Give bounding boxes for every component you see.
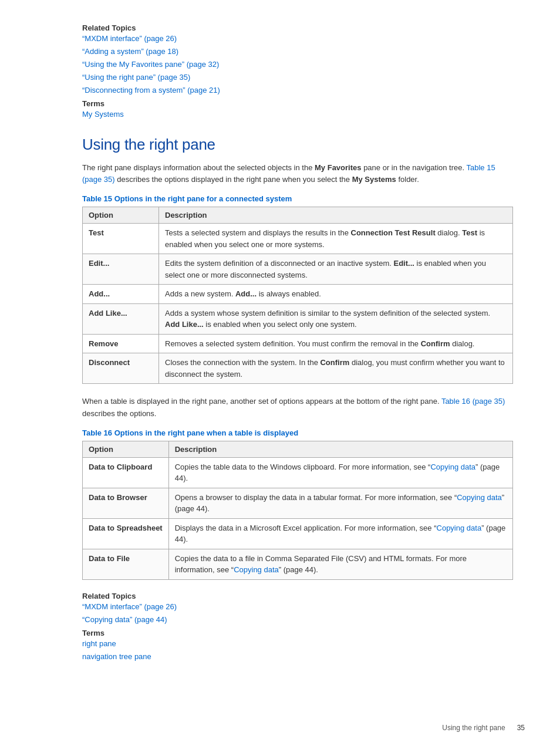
table16-header-option: Option: [83, 441, 169, 457]
table15-option-disconnect: Disconnect: [83, 353, 159, 384]
intro-text-4: folder.: [396, 175, 419, 184]
table-row: Test Tests a selected system and display…: [83, 224, 513, 254]
table15-header-option: Option: [83, 207, 159, 224]
bottom-link-2[interactable]: “Copying data” (page 44): [82, 613, 513, 626]
table15-desc-disconnect: Closes the connection with the system. I…: [159, 353, 513, 384]
intro-text-2: pane or in the navigation tree.: [362, 163, 467, 172]
table15-header-description: Description: [159, 207, 513, 224]
table-row: Remove Removes a selected system definit…: [83, 334, 513, 353]
table15: Option Description Test Tests a selected…: [82, 207, 513, 384]
related-topics-bottom: Related Topics “MXDM interface” (page 26…: [82, 592, 513, 663]
table-row: Data to Clipboard Copies the table data …: [83, 457, 513, 488]
table15-desc-remove: Removes a selected system definition. Yo…: [159, 334, 513, 353]
between-paragraph: When a table is displayed in the right p…: [82, 396, 513, 420]
page-title: Using the right pane: [82, 136, 513, 154]
bottom-term-2[interactable]: navigation tree pane: [82, 650, 513, 663]
footer-label: Using the right pane: [442, 724, 505, 732]
between-text-1: When a table is displayed in the right p…: [82, 397, 441, 406]
related-topics-top: Related Topics “MXDM interface” (page 26…: [82, 23, 513, 121]
table16-option-clipboard: Data to Clipboard: [83, 457, 169, 488]
table16-desc-file: Copies the data to a file in Comma Separ…: [168, 549, 512, 579]
table16-desc-spreadsheet: Displays the data in a Microsoft Excel a…: [168, 518, 512, 549]
table16-title: Table 16 Options in the right pane when …: [82, 428, 513, 437]
top-link-3[interactable]: “Using the My Favorites pane” (page 32): [82, 58, 513, 71]
table15-desc-add: Adds a new system. Add... is always enab…: [159, 285, 513, 304]
top-terms-heading: Terms: [82, 99, 513, 108]
table-row: Data to Spreadsheet Displays the data in…: [83, 518, 513, 549]
footer-page-number: 35: [517, 724, 525, 732]
intro-bold-2: My Systems: [352, 175, 396, 184]
table15-option-remove: Remove: [83, 334, 159, 353]
table-row: Data to Browser Opens a browser to displ…: [83, 488, 513, 518]
table16-desc-clipboard: Copies the table data to the Windows cli…: [168, 457, 512, 488]
related-topics-heading: Related Topics: [82, 23, 513, 32]
table16-option-spreadsheet: Data to Spreadsheet: [83, 518, 169, 549]
table15-option-edit: Edit...: [83, 254, 159, 285]
table-row: Edit... Edits the system definition of a…: [83, 254, 513, 285]
table15-desc-addlike: Adds a system whose system definition is…: [159, 303, 513, 334]
link-copying-data-1[interactable]: Copying data: [430, 463, 475, 471]
bottom-link-1[interactable]: “MXDM interface” (page 26): [82, 600, 513, 613]
link-copying-data-3[interactable]: Copying data: [437, 524, 482, 532]
top-link-4[interactable]: “Using the right pane” (page 35): [82, 71, 513, 84]
intro-text-3: describes the options displayed in the r…: [115, 175, 352, 184]
table15-option-add: Add...: [83, 285, 159, 304]
table-row: Disconnect Closes the connection with th…: [83, 353, 513, 384]
table16-desc-browser: Opens a browser to display the data in a…: [168, 488, 512, 518]
table16-option-browser: Data to Browser: [83, 488, 169, 518]
table-row: Add Like... Adds a system whose system d…: [83, 303, 513, 334]
between-text-2: describes the options.: [82, 409, 156, 418]
table16: Option Description Data to Clipboard Cop…: [82, 441, 513, 580]
bottom-term-1[interactable]: right pane: [82, 637, 513, 650]
table16-option-file: Data to File: [83, 549, 169, 579]
table-row: Add... Adds a new system. Add... is alwa…: [83, 285, 513, 304]
table15-desc-edit: Edits the system definition of a disconn…: [159, 254, 513, 285]
bottom-terms-heading: Terms: [82, 629, 513, 637]
link-copying-data-2[interactable]: Copying data: [457, 493, 502, 502]
table15-desc-test: Tests a selected system and displays the…: [159, 224, 513, 254]
bottom-related-topics-heading: Related Topics: [82, 592, 513, 600]
top-link-5[interactable]: “Disconnecting from a system” (page 21): [82, 84, 513, 97]
intro-text-1: The right pane displays information abou…: [82, 163, 315, 172]
link-copying-data-4[interactable]: Copying data: [234, 565, 279, 574]
page-footer: Using the right pane 35: [442, 724, 525, 732]
top-term-1[interactable]: My Systems: [82, 108, 513, 121]
table15-option-addlike: Add Like...: [83, 303, 159, 334]
table16-header-description: Description: [168, 441, 512, 457]
top-link-2[interactable]: “Adding a system” (page 18): [82, 45, 513, 58]
between-link-table16[interactable]: Table 16 (page 35): [441, 397, 505, 406]
table-row: Data to File Copies the data to a file i…: [83, 549, 513, 579]
table15-option-test: Test: [83, 224, 159, 254]
intro-bold-1: My Favorites: [315, 163, 361, 172]
intro-paragraph: The right pane displays information abou…: [82, 162, 513, 187]
top-link-1[interactable]: “MXDM interface” (page 26): [82, 32, 513, 45]
table15-title: Table 15 Options in the right pane for a…: [82, 194, 513, 203]
